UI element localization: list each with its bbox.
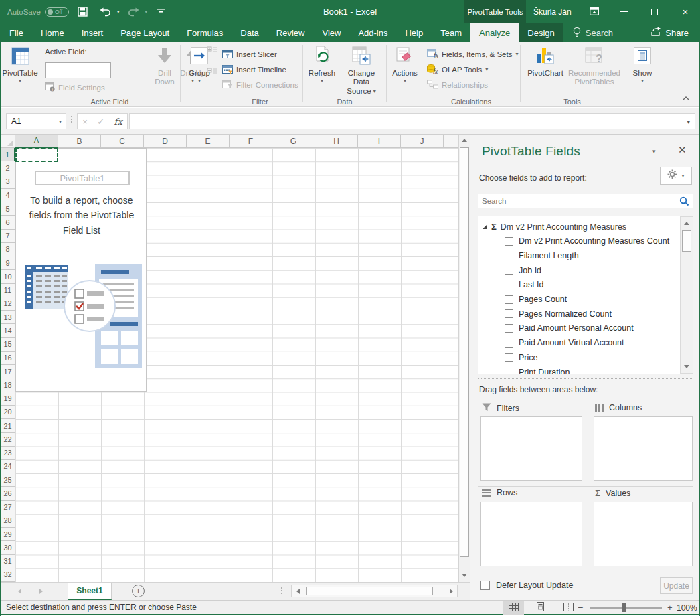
confirm-entry-icon[interactable]: ✓ — [97, 117, 104, 127]
recommended-pivottables-button[interactable]: ? Recommended PivotTables — [567, 44, 621, 96]
field-checkbox[interactable] — [505, 266, 513, 275]
row-header-5[interactable]: 5 — [1, 202, 15, 216]
field-item-3[interactable]: Last Id — [478, 278, 680, 293]
pivottable-options-button[interactable]: PivotTable ▾ — [5, 44, 35, 96]
vertical-scrollbar[interactable] — [458, 135, 470, 582]
row-header-14[interactable]: 14 — [1, 324, 15, 337]
row-header-17[interactable]: 17 — [1, 365, 15, 378]
field-search-box[interactable] — [478, 194, 693, 208]
save-button[interactable] — [74, 3, 92, 21]
tab-view[interactable]: View — [313, 23, 349, 42]
tab-file[interactable]: File — [1, 23, 32, 42]
customize-quick-access-button[interactable] — [153, 3, 170, 21]
relationships-button[interactable]: Relationships — [427, 78, 488, 92]
field-checkbox[interactable] — [505, 281, 513, 289]
insert-function-icon[interactable]: fx — [114, 117, 122, 127]
fields-items-sets-button[interactable]: fx Fields, Items, & Sets ▾ — [427, 48, 518, 61]
page-layout-view-button[interactable] — [529, 601, 551, 615]
tab-page-layout[interactable]: Page Layout — [112, 23, 178, 42]
vertical-scrollbar-thumb[interactable] — [460, 147, 469, 557]
tab-design[interactable]: Design — [519, 23, 563, 42]
row-header-32[interactable]: 32 — [1, 568, 15, 582]
field-group-header[interactable]: ΣDm v2 Print Accounting Measures — [478, 220, 680, 234]
row-header-20[interactable]: 20 — [1, 406, 15, 419]
row-header-8[interactable]: 8 — [1, 243, 15, 256]
olap-tools-button[interactable]: fx OLAP Tools ▾ — [427, 63, 488, 76]
row-header-24[interactable]: 24 — [1, 460, 15, 473]
pivottable-placeholder[interactable]: PivotTable1 To build a report, choose fi… — [15, 148, 147, 392]
new-sheet-button[interactable]: + — [132, 585, 145, 597]
expand-triangle-icon[interactable] — [483, 224, 487, 229]
row-header-19[interactable]: 19 — [1, 392, 15, 406]
pane-options-caret-icon[interactable]: ▾ — [652, 148, 656, 155]
row-header-25[interactable]: 25 — [1, 473, 15, 487]
insert-timeline-button[interactable]: Insert Timeline — [222, 63, 286, 76]
sheetbar-separator[interactable] — [281, 587, 282, 594]
sheet-tab-sheet1[interactable]: Sheet1 — [68, 583, 112, 600]
group-button[interactable]: Group ▾ — [185, 44, 213, 96]
undo-button[interactable] — [97, 3, 114, 21]
row-header-26[interactable]: 26 — [1, 487, 15, 500]
row-header-1[interactable]: 1 — [1, 148, 15, 161]
row-header-30[interactable]: 30 — [1, 541, 15, 554]
tellme-search[interactable]: Search — [563, 23, 622, 42]
row-header-3[interactable]: 3 — [1, 175, 15, 189]
pivotchart-button[interactable]: PivotChart — [525, 44, 566, 96]
redo-button[interactable] — [124, 3, 142, 21]
column-header-a[interactable]: A — [15, 135, 58, 148]
row-header-13[interactable]: 13 — [1, 311, 15, 324]
tab-team[interactable]: Team — [432, 23, 470, 42]
field-item-7[interactable]: Paid Amount Virtual Account — [478, 335, 680, 350]
field-checkbox[interactable] — [505, 295, 513, 304]
field-item-6[interactable]: Paid Amount Personal Account — [478, 321, 680, 336]
row-header-28[interactable]: 28 — [1, 514, 15, 528]
row-header-10[interactable]: 10 — [1, 270, 15, 283]
scroll-up-button[interactable] — [459, 135, 470, 146]
copy-marquee-a1[interactable] — [15, 148, 58, 162]
field-checkbox[interactable] — [505, 368, 513, 374]
row-header-22[interactable]: 22 — [1, 433, 15, 446]
values-drop-area[interactable] — [594, 502, 693, 566]
row-header-9[interactable]: 9 — [1, 256, 15, 270]
column-header-j[interactable]: J — [401, 135, 444, 148]
zoom-in-button[interactable]: + — [667, 603, 673, 613]
column-header-e[interactable]: E — [187, 135, 230, 148]
ribbon-display-options-button[interactable] — [582, 0, 607, 23]
field-list[interactable]: ΣDm v2 Print Accounting MeasuresDm v2 Pr… — [478, 216, 693, 374]
update-button[interactable]: Update — [660, 577, 693, 594]
field-list-scroll-down[interactable] — [681, 361, 692, 372]
row-header-23[interactable]: 23 — [1, 447, 15, 460]
field-item-0[interactable]: Dm v2 Print Accounting Measures Count — [478, 234, 680, 249]
field-item-5[interactable]: Pages Normalized Count — [478, 307, 680, 321]
tab-add-ins[interactable]: Add-ins — [349, 23, 396, 42]
zoom-out-button[interactable]: − — [578, 602, 583, 613]
row-header-4[interactable]: 4 — [1, 189, 15, 202]
row-header-27[interactable]: 27 — [1, 501, 15, 514]
pane-tools-button[interactable]: ▾ — [660, 167, 692, 185]
scroll-right-button[interactable] — [445, 585, 457, 597]
collapse-ribbon-button[interactable] — [682, 94, 690, 102]
tab-insert[interactable]: Insert — [73, 23, 112, 42]
change-data-source-button[interactable]: Change Data Source▾ — [339, 44, 383, 96]
column-header-f[interactable]: F — [230, 135, 272, 148]
scroll-left-button[interactable] — [292, 585, 304, 597]
field-item-8[interactable]: Price — [478, 350, 680, 365]
share-button[interactable]: Share — [646, 23, 693, 42]
field-checkbox[interactable] — [505, 353, 513, 362]
previous-sheet-button[interactable] — [11, 583, 27, 600]
column-header-b[interactable]: B — [58, 135, 101, 148]
show-button[interactable]: Show ▾ — [628, 44, 657, 96]
active-field-input[interactable] — [45, 62, 111, 78]
name-box-caret-icon[interactable]: ▾ — [59, 119, 62, 125]
pane-close-icon[interactable]: ✕ — [678, 144, 687, 156]
row-header-2[interactable]: 2 — [1, 161, 15, 175]
maximize-button[interactable] — [642, 0, 667, 23]
insert-slicer-button[interactable]: Insert Slicer — [222, 48, 277, 61]
minimize-button[interactable] — [611, 0, 636, 23]
row-header-11[interactable]: 11 — [1, 284, 15, 297]
drill-down-button[interactable]: Drill Down — [151, 44, 179, 96]
field-checkbox[interactable] — [505, 339, 513, 348]
tab-review[interactable]: Review — [268, 23, 314, 42]
field-item-4[interactable]: Pages Count — [478, 292, 680, 307]
field-item-2[interactable]: Job Id — [478, 263, 680, 278]
